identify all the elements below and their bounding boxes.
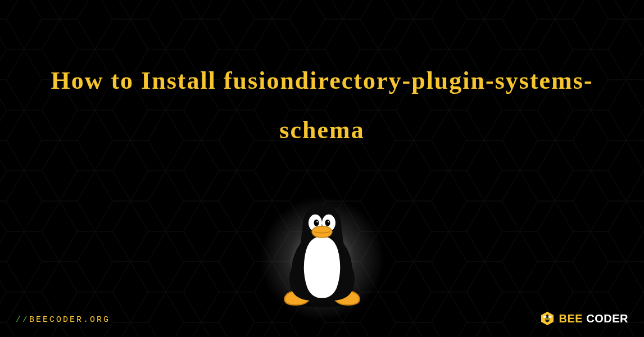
url-slashes: // <box>16 315 29 325</box>
brand-logo: BEE CODER <box>540 311 628 326</box>
svg-rect-16 <box>545 320 550 321</box>
svg-point-11 <box>316 221 318 223</box>
footer-site-url: //BEECODER.ORG <box>16 315 110 325</box>
svg-point-10 <box>325 220 330 226</box>
svg-rect-15 <box>545 318 549 319</box>
svg-point-18 <box>548 316 551 318</box>
brand-word-coder: CODER <box>586 312 628 325</box>
svg-point-9 <box>314 220 319 226</box>
svg-point-12 <box>328 221 329 223</box>
tux-mascot <box>266 197 378 309</box>
url-text: BEECODER.ORG <box>29 315 110 325</box>
svg-point-19 <box>546 315 548 317</box>
bee-hex-icon <box>540 311 555 326</box>
tux-penguin-icon <box>277 202 367 308</box>
svg-point-17 <box>543 316 546 318</box>
brand-word-bee: BEE <box>559 312 583 325</box>
page-title: How to Install fusiondirectory-plugin-sy… <box>47 56 597 155</box>
